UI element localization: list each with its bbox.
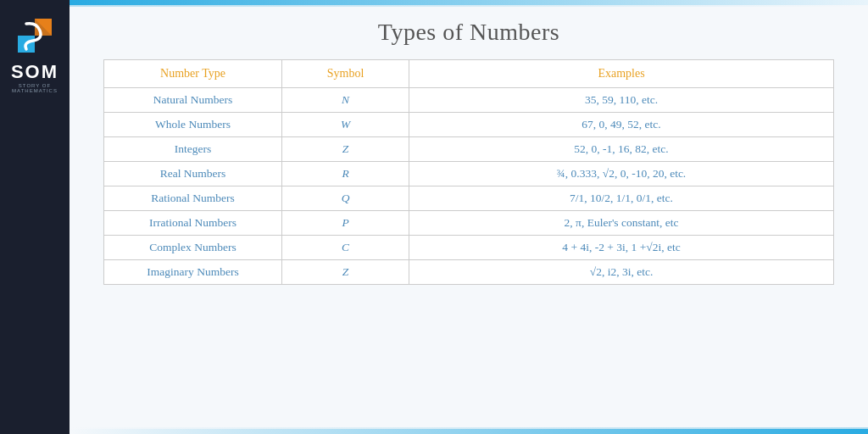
svg-marker-3 <box>18 19 35 36</box>
table-row: Whole NumbersW67, 0, 49, 52, etc. <box>104 113 834 137</box>
cell-type: Real Numbers <box>104 162 282 186</box>
logo-subtitle: STORY OF MATHEMATICS <box>0 83 70 93</box>
table-row: IntegersZ52, 0, -1, 16, 82, etc. <box>104 137 834 162</box>
cell-symbol: R <box>282 162 409 186</box>
cell-examples: 4 + 4i, -2 + 3i, 1 +√2i, etc <box>409 236 834 260</box>
cell-examples: 35, 59, 110, etc. <box>409 88 834 113</box>
deco-line-top2 <box>70 5 868 7</box>
table-row: Natural NumbersN35, 59, 110, etc. <box>104 88 834 113</box>
cell-type: Complex Numbers <box>104 236 282 260</box>
table-row: Complex NumbersC4 + 4i, -2 + 3i, 1 +√2i,… <box>104 236 834 260</box>
logo-text: SOM <box>11 61 58 83</box>
header-type: Number Type <box>104 60 282 88</box>
cell-type: Imaginary Numbers <box>104 260 282 285</box>
cell-type: Natural Numbers <box>104 88 282 113</box>
cell-examples: 67, 0, 49, 52, etc. <box>409 113 834 137</box>
main-content: Types of Numbers Number Type Symbol Exam… <box>70 0 868 434</box>
numbers-table: Number Type Symbol Examples Natural Numb… <box>103 59 834 285</box>
deco-line-bottom <box>70 429 868 434</box>
cell-examples: 7/1, 10/2, 1/1, 0/1, etc. <box>409 186 834 211</box>
cell-examples: √2, i2, 3i, etc. <box>409 260 834 285</box>
page-title: Types of Numbers <box>378 19 559 46</box>
table-row: Imaginary NumbersZ√2, i2, 3i, etc. <box>104 260 834 285</box>
cell-type: Whole Numbers <box>104 113 282 137</box>
cell-symbol: Q <box>282 186 409 211</box>
cell-type: Irrational Numbers <box>104 211 282 236</box>
deco-line-bottom2 <box>70 427 868 429</box>
sidebar: SOM STORY OF MATHEMATICS <box>0 0 70 434</box>
table-row: Real NumbersR¾, 0.333, √2, 0, -10, 20, e… <box>104 162 834 186</box>
cell-symbol: Z <box>282 137 409 162</box>
cell-symbol: Z <box>282 260 409 285</box>
cell-examples: 2, π, Euler's constant, etc <box>409 211 834 236</box>
table-header-row: Number Type Symbol Examples <box>104 60 834 88</box>
logo-container: SOM STORY OF MATHEMATICS <box>0 15 70 93</box>
cell-type: Rational Numbers <box>104 186 282 211</box>
cell-symbol: P <box>282 211 409 236</box>
cell-examples: 52, 0, -1, 16, 82, etc. <box>409 137 834 162</box>
cell-type: Integers <box>104 137 282 162</box>
table-row: Rational NumbersQ7/1, 10/2, 1/1, 0/1, et… <box>104 186 834 211</box>
cell-symbol: C <box>282 236 409 260</box>
header-examples: Examples <box>409 60 834 88</box>
som-logo-icon <box>14 15 55 56</box>
cell-symbol: W <box>282 113 409 137</box>
cell-examples: ¾, 0.333, √2, 0, -10, 20, etc. <box>409 162 834 186</box>
header-symbol: Symbol <box>282 60 409 88</box>
cell-symbol: N <box>282 88 409 113</box>
table-row: Irrational NumbersP2, π, Euler's constan… <box>104 211 834 236</box>
